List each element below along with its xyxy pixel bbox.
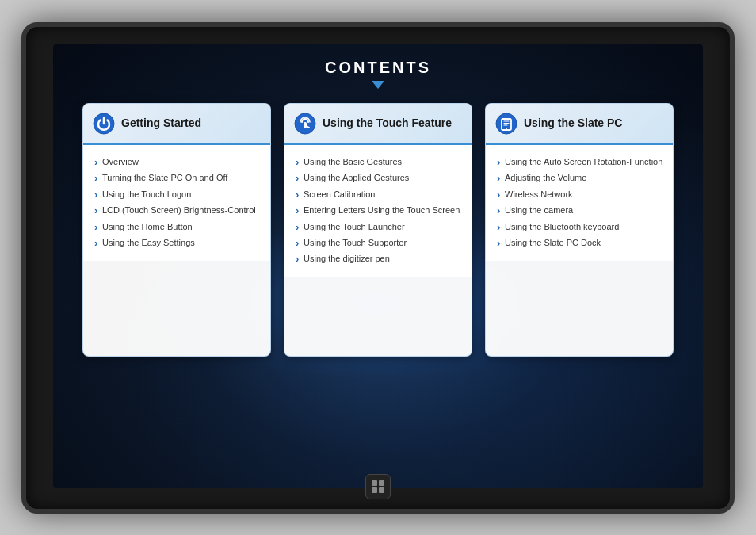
card-list-slate-pc: Using the Auto Screen Rotation-Function … — [497, 155, 665, 251]
svg-rect-2 — [304, 122, 307, 128]
card-list-touch-feature: Using the Basic Gestures Using the Appli… — [296, 155, 464, 268]
card-title-getting-started: Getting Started — [121, 116, 201, 130]
card-title-slate-pc: Using the Slate PC — [524, 116, 622, 130]
list-item[interactable]: Wireless Network — [497, 186, 665, 202]
card-body-getting-started: Overview Turning the Slate PC On and Off… — [83, 145, 270, 261]
touch-icon — [294, 113, 316, 135]
grid-cell — [372, 487, 377, 493]
list-item[interactable]: Using the Touch Supporter — [296, 235, 464, 250]
card-getting-started: Getting Started Overview Turning the Sla… — [82, 103, 271, 357]
list-item[interactable]: Using the Bluetooth keyboard — [497, 219, 665, 235]
list-item[interactable]: Using the Touch Launcher — [296, 219, 464, 235]
home-button-grid — [372, 480, 384, 493]
list-item[interactable]: Using the digitizer pen — [296, 251, 464, 267]
card-slate-pc: Using the Slate PC Using the Auto Screen… — [485, 103, 674, 357]
list-item[interactable]: Using the Easy Settings — [94, 235, 262, 250]
grid-cell — [372, 480, 377, 486]
list-item[interactable]: Using the Touch Logon — [94, 186, 262, 202]
list-item[interactable]: Adjusting the Volume — [497, 170, 665, 186]
tablet-screen: CONTENTS Getting Started Overview — [53, 44, 703, 488]
card-title-touch-feature: Using the Touch Feature — [323, 116, 452, 130]
list-item[interactable]: Entering Letters Using the Touch Screen — [296, 203, 464, 219]
card-body-touch-feature: Using the Basic Gestures Using the Appli… — [284, 145, 472, 277]
list-item[interactable]: Using the Home Button — [94, 219, 262, 235]
card-header-touch-feature: Using the Touch Feature — [284, 104, 472, 145]
card-list-getting-started: Overview Turning the Slate PC On and Off… — [94, 155, 262, 251]
power-icon — [93, 113, 115, 135]
card-touch-feature: Using the Touch Feature Using the Basic … — [284, 103, 472, 357]
chevron-down-icon — [372, 81, 384, 89]
svg-point-5 — [506, 128, 507, 129]
list-item[interactable]: Using the Auto Screen Rotation-Function — [497, 155, 665, 170]
slate-icon — [495, 113, 517, 135]
cards-container: Getting Started Overview Turning the Sla… — [53, 95, 703, 365]
card-header-getting-started: Getting Started — [83, 104, 270, 145]
list-item[interactable]: Using the Basic Gestures — [296, 155, 464, 170]
list-item[interactable]: Screen Calibration — [296, 186, 464, 202]
list-item[interactable]: Overview — [94, 155, 262, 170]
list-item[interactable]: Turning the Slate PC On and Off — [94, 170, 262, 186]
grid-cell — [379, 487, 384, 493]
list-item[interactable]: Using the camera — [497, 203, 665, 219]
card-body-slate-pc: Using the Auto Screen Rotation-Function … — [486, 145, 673, 261]
list-item[interactable]: Using the Slate PC Dock — [497, 235, 665, 250]
list-item[interactable]: Using the Applied Gestures — [296, 170, 464, 186]
grid-cell — [379, 480, 384, 486]
home-button[interactable] — [365, 474, 391, 499]
list-item[interactable]: LCD (Touch Screen) Brightness-Control — [94, 203, 262, 219]
contents-header: CONTENTS — [53, 44, 703, 95]
tablet-frame: CONTENTS Getting Started Overview — [21, 22, 735, 514]
tablet-bottom — [365, 474, 391, 499]
card-header-slate-pc: Using the Slate PC — [486, 104, 673, 145]
page-title: CONTENTS — [53, 59, 703, 77]
